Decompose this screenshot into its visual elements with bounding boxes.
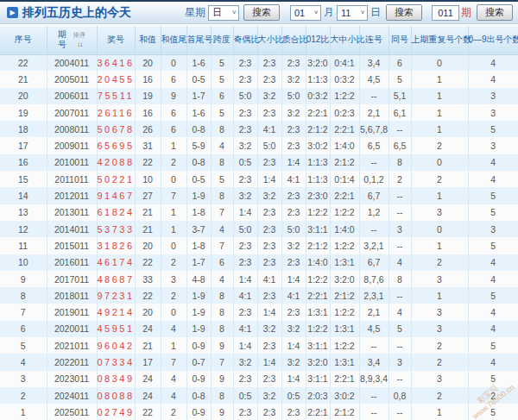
month-select[interactable]: 01 ∨ [290, 5, 321, 21]
cell-digit-count: 4 [468, 304, 518, 320]
cell-consecutive: 3,2,1 [359, 237, 388, 254]
cell-repeat-count: 1 [411, 104, 468, 121]
cell-index: 21 [0, 71, 47, 87]
cell-big-mid-small-ratio: 1:2:2 [330, 304, 359, 320]
cell-prize: 49214 [97, 304, 135, 320]
cell-prime-composite-ratio: 1:4 [281, 154, 306, 171]
cell-digit-count: 4 [468, 171, 518, 187]
cell-prime-composite-ratio: 2:3 [281, 54, 306, 71]
cell-span: 9 [211, 404, 233, 420]
cell-index: 20 [0, 88, 47, 104]
cell-digit-count: 4 [468, 354, 518, 370]
cell-same-number: 8 [388, 271, 411, 287]
cell-sum: 16 [135, 104, 161, 121]
cell-consecutive: -- [359, 88, 388, 104]
cell-index: 5 [0, 337, 47, 354]
page-title: 排列五历史上的今天 [22, 5, 131, 21]
cell-012-ratio: 1:1:3 [306, 154, 330, 171]
cell-span: 5 [211, 54, 233, 71]
week-select[interactable]: 日 ∨ [208, 5, 239, 21]
table-row: 202006011755111991-765:03:25:00:3:21:2:2… [0, 88, 518, 104]
cell-prize: 20455 [97, 71, 135, 87]
cell-sum: 21 [135, 337, 161, 354]
cell-big-mid-small-ratio: 2:1:2 [330, 287, 359, 304]
search-week-button[interactable]: 搜索 [243, 4, 280, 21]
cell-big-small-ratio: 2:3 [257, 254, 281, 271]
day-select[interactable]: 11 ∨ [337, 5, 368, 21]
cell-index: 6 [0, 321, 47, 337]
cell-odd-even-ratio: 2:3 [233, 237, 257, 254]
cell-consecutive: 8,9,3,4 [359, 371, 388, 387]
cell-consecutive: -- [359, 221, 388, 237]
cell-sum: 20 [135, 54, 161, 71]
cell-odd-even-ratio: 5:0 [233, 88, 257, 104]
cell-big-mid-small-ratio: 1:4:0 [330, 137, 359, 154]
cell-index: 10 [0, 254, 47, 271]
cell-index: 12 [0, 221, 47, 237]
cell-prime-composite-ratio: 3:2 [281, 354, 306, 370]
cell-odd-even-ratio: 0:5 [233, 154, 257, 171]
day-label: 日 [370, 5, 381, 20]
cell-sum: 21 [135, 204, 161, 221]
cell-first-last: 1-9 [186, 187, 211, 204]
cell-span: 8 [211, 387, 233, 404]
cell-odd-even-ratio: 1:4 [233, 204, 257, 221]
cell-consecutive: 1,2 [359, 204, 388, 221]
cell-odd-even-ratio: 0:5 [233, 387, 257, 404]
cell-big-mid-small-ratio: 3:2:0 [330, 271, 359, 287]
cell-prime-composite-ratio: 4:1 [281, 287, 306, 304]
table-row: 52021011960422110-991:42:31:43:1:11:2:2-… [0, 337, 518, 354]
cell-issue: 2017011 [47, 271, 97, 287]
cell-prime-composite-ratio: 1:4 [281, 271, 306, 287]
cell-sum-tail: 1 [161, 204, 186, 221]
table-row: 122014011537332113-745:02:35:03:1:11:4:0… [0, 221, 518, 237]
table-row: 92017011486873334-841:44:11:41:2:23:2:08… [0, 271, 518, 287]
arrow-bullet-icon: ▶ [7, 7, 18, 18]
cell-big-small-ratio: 2:3 [257, 221, 281, 237]
cell-first-last: 0-8 [186, 154, 211, 171]
cell-prime-composite-ratio: 2:3 [281, 404, 306, 420]
cell-prime-composite-ratio: 1:4 [281, 337, 306, 354]
table-row: 42022011073341770-773:21:43:23:2:01:3:13… [0, 354, 518, 370]
cell-same-number: 6,1 [388, 104, 411, 121]
cell-odd-even-ratio: 3:2 [233, 187, 257, 204]
cell-same-number: 5,1 [388, 88, 411, 104]
cell-big-mid-small-ratio: 1:2:2 [330, 204, 359, 221]
search-issue-button[interactable]: 搜索 [477, 4, 513, 21]
search-date-button[interactable]: 搜索 [386, 4, 422, 21]
cell-big-small-ratio: 2:3 [257, 287, 281, 304]
cell-same-number: 4 [388, 304, 411, 320]
cell-prime-composite-ratio: 3:2 [281, 321, 306, 337]
cell-first-last: 1-8 [186, 237, 211, 254]
cell-digit-count: 4 [468, 71, 518, 87]
issue-input[interactable] [432, 5, 459, 21]
cell-consecutive: 6,7 [359, 254, 388, 271]
sort-widget[interactable]: 排序 ↓↓ [73, 32, 86, 48]
sort-asc-icon[interactable]: ↓ [79, 41, 82, 48]
cell-prize: 31826 [97, 237, 135, 254]
cell-span: 8 [211, 121, 233, 137]
cell-digit-count: 2 [468, 387, 518, 404]
cell-first-last: 0-9 [186, 371, 211, 387]
cell-sum: 20 [135, 304, 161, 320]
cell-prize: 50678 [97, 121, 135, 137]
table-row: 132013011618242111-871:42:32:31:2:21:2:2… [0, 204, 518, 221]
cell-issue: 2009011 [47, 137, 97, 154]
cell-odd-even-ratio: 1:4 [233, 271, 257, 287]
cell-prime-composite-ratio: 5:0 [281, 88, 306, 104]
cell-issue: 2021011 [47, 337, 97, 354]
cell-index: 2 [0, 387, 47, 404]
cell-sum: 24 [135, 371, 161, 387]
cell-prime-composite-ratio: 3:2 [281, 71, 306, 87]
cell-prize: 02749 [97, 404, 135, 420]
cell-digit-count: 5 [468, 287, 518, 304]
cell-sum-tail: 0 [161, 54, 186, 71]
cell-consecutive: 3,4 [359, 54, 388, 71]
cell-digit-count: 5 [468, 204, 518, 221]
cell-big-mid-small-ratio: 1:2:2 [330, 237, 359, 254]
cell-span: 4 [211, 271, 233, 287]
cell-span: 6 [211, 88, 233, 104]
cell-same-number: -- [388, 404, 411, 420]
chevron-down-icon: ∨ [360, 9, 365, 16]
cell-first-last: 4-8 [186, 271, 211, 287]
